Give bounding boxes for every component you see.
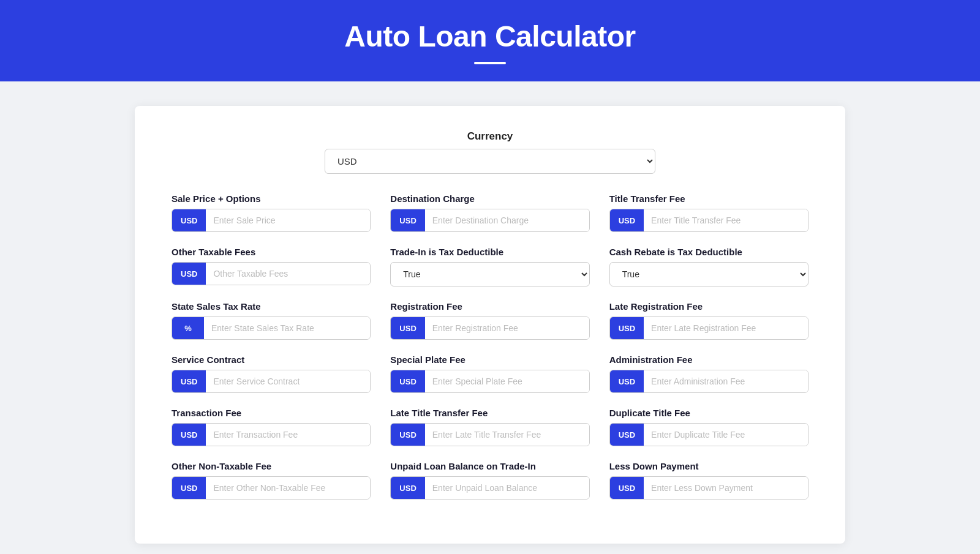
label-sale-price: Sale Price + Options	[172, 193, 371, 204]
field-group-destination-charge: Destination ChargeUSD	[390, 193, 589, 232]
label-state-sales-tax-rate: State Sales Tax Rate	[172, 301, 371, 312]
field-group-registration-fee: Registration FeeUSD	[390, 301, 589, 340]
field-group-less-down-payment: Less Down PaymentUSD	[609, 461, 809, 500]
input-row-other-non-taxable-fee: USD	[172, 476, 371, 500]
label-unpaid-loan-balance: Unpaid Loan Balance on Trade-In	[390, 461, 589, 471]
field-group-service-contract: Service ContractUSD	[172, 354, 371, 393]
prefix-title-transfer-fee: USD	[610, 209, 644, 231]
input-row-sale-price: USD	[172, 209, 371, 232]
label-registration-fee: Registration Fee	[390, 301, 589, 312]
input-row-less-down-payment: USD	[609, 476, 809, 500]
prefix-late-title-transfer-fee: USD	[391, 424, 424, 446]
label-trade-in-tax-deductible: Trade-In is Tax Deductible	[390, 247, 589, 257]
main-form: Currency USD EUR GBP CAD AUD Sale Price …	[135, 106, 845, 544]
prefix-other-non-taxable-fee: USD	[172, 477, 206, 499]
field-group-other-non-taxable-fee: Other Non-Taxable FeeUSD	[172, 461, 371, 500]
prefix-special-plate-fee: USD	[391, 370, 424, 392]
field-group-unpaid-loan-balance: Unpaid Loan Balance on Trade-InUSD	[390, 461, 589, 500]
label-administration-fee: Administration Fee	[609, 354, 809, 365]
input-unpaid-loan-balance[interactable]	[425, 477, 589, 499]
page-title: Auto Loan Calculator	[0, 20, 980, 53]
prefix-late-registration-fee: USD	[610, 317, 644, 339]
input-administration-fee[interactable]	[644, 370, 808, 392]
input-row-late-registration-fee: USD	[609, 316, 809, 340]
input-late-title-transfer-fee[interactable]	[425, 424, 589, 446]
input-row-transaction-fee: USD	[172, 423, 371, 446]
field-group-late-registration-fee: Late Registration FeeUSD	[609, 301, 809, 340]
input-transaction-fee[interactable]	[206, 424, 370, 446]
label-destination-charge: Destination Charge	[390, 193, 589, 204]
select-trade-in-tax-deductible[interactable]: TrueFalse	[390, 262, 589, 286]
input-row-other-taxable-fees: USD	[172, 262, 371, 285]
input-row-duplicate-title-fee: USD	[609, 423, 809, 446]
prefix-administration-fee: USD	[610, 370, 644, 392]
prefix-unpaid-loan-balance: USD	[391, 477, 424, 499]
input-row-service-contract: USD	[172, 370, 371, 393]
input-other-non-taxable-fee[interactable]	[206, 477, 370, 499]
label-late-registration-fee: Late Registration Fee	[609, 301, 809, 312]
field-group-trade-in-tax-deductible: Trade-In is Tax DeductibleTrueFalse	[390, 247, 589, 286]
label-other-taxable-fees: Other Taxable Fees	[172, 247, 371, 257]
input-row-unpaid-loan-balance: USD	[390, 476, 589, 500]
input-special-plate-fee[interactable]	[425, 370, 589, 392]
label-service-contract: Service Contract	[172, 354, 371, 365]
input-state-sales-tax-rate[interactable]	[204, 317, 370, 339]
label-late-title-transfer-fee: Late Title Transfer Fee	[390, 408, 589, 418]
label-cash-rebate-tax-deductible: Cash Rebate is Tax Deductible	[609, 247, 809, 257]
input-row-title-transfer-fee: USD	[609, 209, 809, 232]
input-sale-price[interactable]	[206, 209, 370, 231]
currency-select[interactable]: USD EUR GBP CAD AUD	[325, 149, 655, 174]
label-title-transfer-fee: Title Transfer Fee	[609, 193, 809, 204]
field-group-other-taxable-fees: Other Taxable FeesUSD	[172, 247, 371, 286]
input-title-transfer-fee[interactable]	[644, 209, 808, 231]
header-underline	[474, 62, 506, 64]
input-duplicate-title-fee[interactable]	[644, 424, 808, 446]
prefix-registration-fee: USD	[391, 317, 424, 339]
input-row-administration-fee: USD	[609, 370, 809, 393]
input-less-down-payment[interactable]	[644, 477, 808, 499]
label-transaction-fee: Transaction Fee	[172, 408, 371, 418]
currency-label: Currency	[172, 130, 809, 143]
field-group-transaction-fee: Transaction FeeUSD	[172, 408, 371, 446]
label-duplicate-title-fee: Duplicate Title Fee	[609, 408, 809, 418]
input-row-late-title-transfer-fee: USD	[390, 423, 589, 446]
input-row-state-sales-tax-rate: %	[172, 316, 371, 340]
currency-section: Currency USD EUR GBP CAD AUD	[172, 130, 809, 174]
field-group-duplicate-title-fee: Duplicate Title FeeUSD	[609, 408, 809, 446]
input-row-destination-charge: USD	[390, 209, 589, 232]
input-late-registration-fee[interactable]	[644, 317, 808, 339]
input-registration-fee[interactable]	[425, 317, 589, 339]
input-other-taxable-fees[interactable]	[206, 263, 370, 285]
field-group-sale-price: Sale Price + OptionsUSD	[172, 193, 371, 232]
input-service-contract[interactable]	[206, 370, 370, 392]
field-group-cash-rebate-tax-deductible: Cash Rebate is Tax DeductibleTrueFalse	[609, 247, 809, 286]
label-other-non-taxable-fee: Other Non-Taxable Fee	[172, 461, 371, 471]
field-group-state-sales-tax-rate: State Sales Tax Rate%	[172, 301, 371, 340]
label-less-down-payment: Less Down Payment	[609, 461, 809, 471]
prefix-duplicate-title-fee: USD	[610, 424, 644, 446]
prefix-destination-charge: USD	[391, 209, 424, 231]
prefix-sale-price: USD	[172, 209, 206, 231]
prefix-transaction-fee: USD	[172, 424, 206, 446]
prefix-other-taxable-fees: USD	[172, 263, 206, 285]
prefix-less-down-payment: USD	[610, 477, 644, 499]
select-cash-rebate-tax-deductible[interactable]: TrueFalse	[609, 262, 809, 286]
field-group-late-title-transfer-fee: Late Title Transfer FeeUSD	[390, 408, 589, 446]
label-special-plate-fee: Special Plate Fee	[390, 354, 589, 365]
input-row-registration-fee: USD	[390, 316, 589, 340]
field-group-special-plate-fee: Special Plate FeeUSD	[390, 354, 589, 393]
field-group-title-transfer-fee: Title Transfer FeeUSD	[609, 193, 809, 232]
fields-grid: Sale Price + OptionsUSDDestination Charg…	[172, 193, 809, 514]
page-header: Auto Loan Calculator	[0, 0, 980, 81]
prefix-service-contract: USD	[172, 370, 206, 392]
prefix-state-sales-tax-rate: %	[172, 317, 204, 339]
field-group-administration-fee: Administration FeeUSD	[609, 354, 809, 393]
input-row-special-plate-fee: USD	[390, 370, 589, 393]
input-destination-charge[interactable]	[425, 209, 589, 231]
